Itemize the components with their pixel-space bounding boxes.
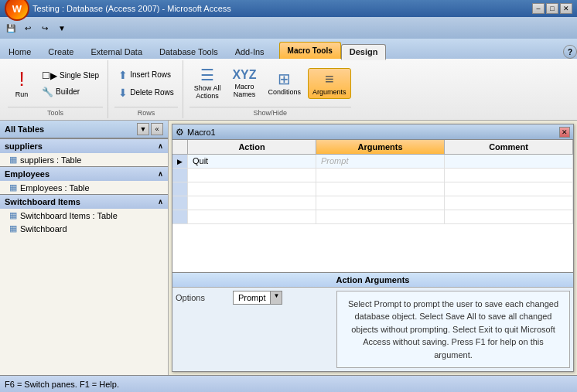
table-row[interactable] (172, 196, 573, 210)
nav-panel: All Tables ▼ « suppliers ∧ ▦ suppliers :… (0, 121, 169, 375)
nav-panel-filter-button[interactable]: ▼ (137, 123, 149, 135)
switchboard-collapse-icon: ∧ (158, 198, 163, 206)
table-icon-switchboard-items: ▦ (9, 210, 17, 220)
macro-names-button[interactable]: XYZ MacroNames (227, 66, 261, 101)
show-all-actions-button[interactable]: ☰ Show AllActions (189, 64, 226, 103)
delete-rows-button[interactable]: ⬇ Delete Rows (114, 84, 178, 101)
arg-options-dropdown-container[interactable]: Prompt ▼ (233, 291, 282, 305)
quick-access-dropdown[interactable]: ▼ (54, 20, 70, 36)
nav-item-switchboard-table[interactable]: ▦ Switchboard Items : Table (0, 209, 168, 222)
rows-group-content: ⬆ Insert Rows ⬇ Delete Rows (114, 62, 178, 105)
nav-panel-collapse-button[interactable]: « (151, 123, 163, 135)
employees-collapse-icon: ∧ (158, 170, 163, 178)
action-cell-3[interactable] (188, 196, 316, 210)
nav-panel-header: All Tables ▼ « (0, 121, 168, 138)
comment-cell-4[interactable] (445, 210, 573, 223)
tools-group-label: Tools (8, 107, 103, 117)
arg-options-arrow[interactable]: ▼ (270, 291, 282, 304)
builder-button[interactable]: 🔧 Builder (38, 84, 103, 100)
action-arguments-help: Select Prompt to prompt the user to save… (336, 291, 570, 369)
arg-row-options: Options Prompt ▼ (176, 291, 330, 305)
arguments-cell-4[interactable] (316, 210, 445, 223)
conditions-label: Conditions (268, 88, 302, 96)
arg-options-value: Prompt (234, 291, 270, 304)
arguments-cell-3[interactable] (316, 196, 445, 210)
minimize-button[interactable]: – (532, 3, 545, 14)
macro-names-icon: XYZ (232, 69, 256, 81)
insert-rows-button[interactable]: ⬆ Insert Rows (114, 66, 178, 84)
table-row[interactable] (172, 210, 573, 224)
macro-col-comment: Comment (445, 140, 573, 154)
action-cell-1[interactable] (188, 169, 316, 182)
table-icon-suppliers: ▦ (9, 155, 17, 165)
comment-cell-3[interactable] (445, 196, 573, 210)
arg-options-label: Options (176, 293, 230, 302)
comment-cell-0[interactable] (445, 155, 573, 168)
context-group-label: Macro Tools (279, 42, 341, 59)
arguments-icon: ≡ (325, 71, 334, 87)
nav-item-employees-table[interactable]: ▦ Employees : Table (0, 181, 168, 194)
nav-group-switchboard[interactable]: Switchboard Items ∧ (0, 194, 168, 209)
tab-home[interactable]: Home (0, 44, 39, 59)
macro-close-button[interactable]: ✕ (559, 127, 570, 138)
single-step-button[interactable]: ☐▶ Single Step (38, 68, 103, 84)
action-cell-4[interactable] (188, 210, 316, 223)
employees-table-label: Employees : Table (20, 183, 90, 193)
action-cell-0[interactable]: Quit (188, 155, 316, 168)
row-selector-4 (172, 210, 188, 223)
macro-col-selector (172, 140, 188, 154)
tools-group-content: ! Run ☐▶ Single Step 🔧 Builder (8, 62, 103, 105)
nav-group-suppliers[interactable]: suppliers ∧ (0, 138, 168, 153)
rows-group-label: Rows (114, 107, 178, 117)
ribbon: ! Run ☐▶ Single Step 🔧 Builder Tools ⬆ (0, 59, 577, 121)
tab-add-ins[interactable]: Add-Ins (227, 44, 273, 59)
macro-window: ⚙ Macro1 ✕ Action Arguments Comment ▶ Qu… (172, 124, 574, 372)
macro-names-label: MacroNames (234, 83, 256, 98)
comment-cell-2[interactable] (445, 182, 573, 196)
macro-title-bar: ⚙ Macro1 ✕ (172, 124, 573, 140)
nav-item-suppliers-table[interactable]: ▦ suppliers : Table (0, 153, 168, 166)
conditions-icon: ⊞ (278, 71, 291, 87)
arguments-button[interactable]: ≡ Arguments (308, 68, 351, 99)
arguments-cell-1[interactable] (316, 169, 445, 182)
main-area: All Tables ▼ « suppliers ∧ ▦ suppliers :… (0, 121, 577, 375)
title-bar-left: W Testing : Database (Access 2007) - Mic… (5, 0, 231, 21)
macro-window-title: Macro1 (187, 128, 216, 137)
nav-group-employees[interactable]: Employees ∧ (0, 166, 168, 181)
tab-create[interactable]: Create (39, 44, 82, 59)
table-row[interactable] (172, 169, 573, 182)
comment-cell-1[interactable] (445, 169, 573, 182)
run-button[interactable]: ! Run (8, 66, 36, 101)
action-cell-2[interactable] (188, 182, 316, 196)
undo-quick-button[interactable]: ↩ (20, 20, 36, 36)
help-button[interactable]: ? (563, 45, 577, 59)
content-area: ⚙ Macro1 ✕ Action Arguments Comment ▶ Qu… (169, 121, 577, 375)
run-label: Run (15, 90, 29, 98)
macro-table-header: Action Arguments Comment (172, 140, 573, 155)
redo-quick-button[interactable]: ↪ (37, 20, 53, 36)
tab-database-tools[interactable]: Database Tools (151, 44, 227, 59)
tab-external-data[interactable]: External Data (82, 44, 151, 59)
save-quick-button[interactable]: 💾 (3, 20, 19, 36)
insert-rows-label: Insert Rows (130, 70, 171, 79)
close-button[interactable]: ✕ (560, 3, 572, 14)
nav-item-switchboard[interactable]: ▦ Switchboard (0, 222, 168, 235)
arguments-cell-0[interactable]: Prompt (316, 155, 445, 168)
conditions-button[interactable]: ⊞ Conditions (264, 68, 306, 99)
tab-design[interactable]: Design (341, 44, 387, 60)
arguments-cell-2[interactable] (316, 182, 445, 196)
macro-col-arguments: Arguments (316, 140, 445, 154)
row-selector-3 (172, 196, 188, 210)
table-row[interactable]: ▶ Quit Prompt (172, 155, 573, 169)
showhide-group-content: ☰ Show AllActions XYZ MacroNames ⊞ Condi… (189, 62, 351, 105)
switchboard-label: Switchboard (20, 224, 67, 233)
tools-small-buttons: ☐▶ Single Step 🔧 Builder (38, 68, 103, 100)
builder-icon: 🔧 (42, 87, 53, 97)
ribbon-group-tools: ! Run ☐▶ Single Step 🔧 Builder Tools (3, 60, 108, 118)
macro-table-body: ▶ Quit Prompt (172, 155, 573, 272)
table-row[interactable] (172, 182, 573, 196)
switchboard-table-label: Switchboard Items : Table (20, 211, 118, 220)
office-button[interactable]: W (5, 0, 29, 21)
show-all-actions-icon: ☰ (200, 67, 214, 83)
maximize-button[interactable]: □ (546, 3, 558, 14)
